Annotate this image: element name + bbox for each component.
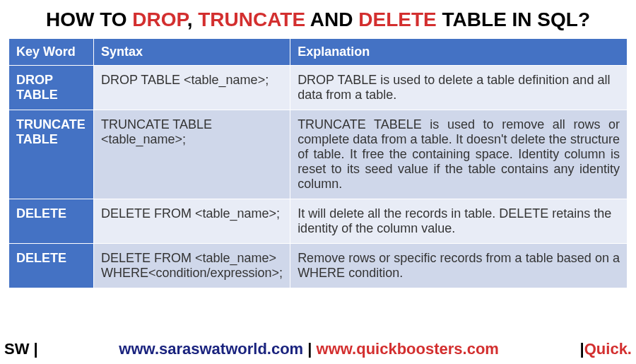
sql-table: Key Word Syntax Explanation DROP TABLE D…	[8, 38, 628, 288]
cell-syntax: DROP TABLE <table_name>;	[94, 66, 290, 110]
title-and: AND	[305, 8, 358, 30]
footer-site2: www.quickboosters.com	[317, 340, 499, 358]
footer-left: SW |	[4, 340, 38, 358]
cell-syntax: DELETE FROM <table_name>;	[94, 199, 290, 244]
cell-keyword: DELETE	[9, 244, 94, 288]
table-row: DELETE DELETE FROM <table_name>; It will…	[9, 199, 628, 244]
title-comma: ,	[187, 8, 199, 30]
footer-right: |Quick.	[580, 340, 632, 358]
title-drop: DROP	[132, 8, 187, 30]
footer-sep: |	[303, 340, 316, 358]
cell-explanation: DROP TABLE is used to delete a table def…	[290, 66, 628, 110]
cell-syntax: DELETE FROM <table_name> WHERE<condition…	[94, 244, 290, 288]
title-tail: TABLE IN SQL?	[437, 8, 590, 30]
footer-site1: www.saraswatworld.com	[119, 340, 303, 358]
table-container: Key Word Syntax Explanation DROP TABLE D…	[0, 38, 636, 288]
title-text: HOW TO	[46, 8, 132, 30]
page-title: HOW TO DROP, TRUNCATE AND DELETE TABLE I…	[0, 0, 636, 38]
table-header-row: Key Word Syntax Explanation	[9, 39, 628, 66]
cell-keyword: TRUNCATE TABLE	[9, 110, 94, 199]
title-truncate: TRUNCATE	[198, 8, 305, 30]
cell-keyword: DELETE	[9, 199, 94, 244]
table-row: DELETE DELETE FROM <table_name> WHERE<co…	[9, 244, 628, 288]
cell-syntax: TRUNCATE TABLE <table_name>;	[94, 110, 290, 199]
footer-center: www.saraswatworld.com | www.quickbooster…	[119, 340, 499, 358]
cell-explanation: TRUNCATE TABELE is used to remove all ro…	[290, 110, 628, 199]
header-explanation: Explanation	[290, 39, 628, 66]
table-row: TRUNCATE TABLE TRUNCATE TABLE <table_nam…	[9, 110, 628, 199]
cell-explanation: It will delete all the records in table.…	[290, 199, 628, 244]
cell-explanation: Remove rows or specific records from a t…	[290, 244, 628, 288]
cell-keyword: DROP TABLE	[9, 66, 94, 110]
table-row: DROP TABLE DROP TABLE <table_name>; DROP…	[9, 66, 628, 110]
footer-quick: Quick.	[584, 340, 632, 358]
header-keyword: Key Word	[9, 39, 94, 66]
footer: SW | www.saraswatworld.com | www.quickbo…	[0, 340, 636, 358]
title-delete: DELETE	[358, 8, 436, 30]
header-syntax: Syntax	[94, 39, 290, 66]
